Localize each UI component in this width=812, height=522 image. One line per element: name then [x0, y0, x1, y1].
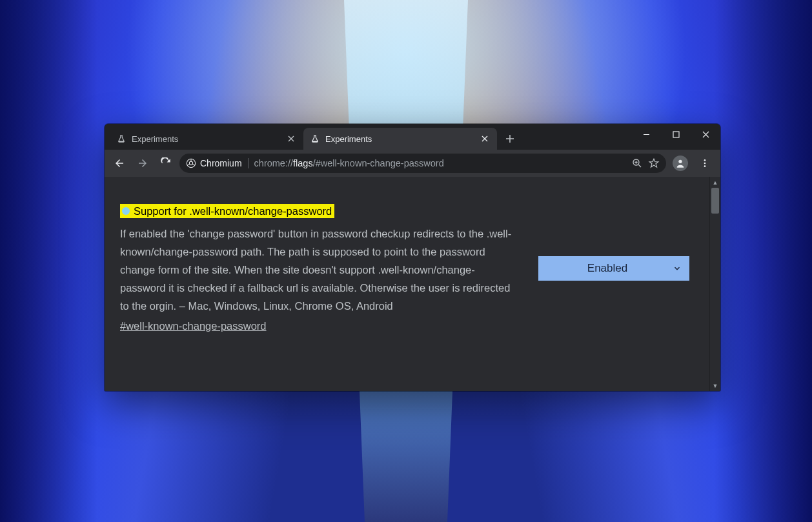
svg-point-7 [704, 165, 706, 167]
desktop-wallpaper: Experiments Experiments [0, 0, 812, 522]
flask-icon [310, 134, 320, 144]
svg-point-5 [704, 159, 706, 161]
flag-anchor-link[interactable]: #well-known-change-password [120, 320, 267, 332]
flag-entry: Support for .well-known/change-password … [120, 204, 700, 332]
menu-button[interactable] [695, 153, 715, 174]
tab-title: Experiments [132, 134, 280, 144]
profile-button[interactable] [670, 153, 691, 174]
zoom-icon[interactable] [631, 157, 643, 169]
flag-description: If enabled the 'change password' button … [120, 225, 520, 315]
back-button[interactable] [110, 154, 129, 173]
tab-experiments-1[interactable]: Experiments [110, 128, 303, 150]
address-bar[interactable]: Chromium chrome://flags/#well-known-chan… [179, 154, 666, 173]
toolbar: Chromium chrome://flags/#well-known-chan… [105, 150, 720, 177]
svg-point-2 [189, 161, 192, 165]
scroll-up-arrow[interactable]: ▲ [710, 177, 720, 188]
tab-strip: Experiments Experiments [105, 124, 720, 150]
avatar-icon [673, 156, 688, 171]
tab-close-button[interactable] [479, 133, 491, 145]
minimize-button[interactable] [631, 124, 661, 145]
tab-title: Experiments [325, 134, 474, 144]
svg-rect-0 [673, 132, 679, 137]
scroll-down-arrow[interactable]: ▼ [710, 380, 720, 391]
flask-icon [116, 134, 127, 144]
bookmark-star-icon[interactable] [648, 157, 660, 169]
status-dot-icon [122, 207, 130, 215]
scroll-thumb[interactable] [711, 188, 719, 214]
window-close-button[interactable] [691, 124, 720, 145]
forward-button[interactable] [133, 154, 152, 173]
tab-close-button[interactable] [285, 133, 297, 145]
site-chip: Chromium [186, 158, 249, 168]
new-tab-button[interactable] [501, 130, 519, 148]
url-text: chrome://flags/#well-known-change-passwo… [254, 158, 444, 168]
window-controls [631, 124, 720, 147]
chevron-down-icon [673, 264, 682, 273]
maximize-button[interactable] [661, 124, 691, 145]
reload-button[interactable] [156, 154, 176, 173]
scroll-track[interactable] [710, 188, 720, 380]
flag-title: Support for .well-known/change-password [134, 204, 332, 218]
browser-window: Experiments Experiments [105, 124, 720, 391]
chromium-icon [186, 158, 196, 168]
flag-state-dropdown[interactable]: Enabled [538, 256, 689, 281]
page-content-area: Support for .well-known/change-password … [105, 177, 720, 391]
site-chip-label: Chromium [200, 158, 242, 168]
flag-title-highlight: Support for .well-known/change-password [120, 204, 334, 218]
vertical-scrollbar[interactable]: ▲ ▼ [709, 177, 720, 391]
svg-point-6 [704, 163, 706, 165]
svg-point-4 [678, 160, 682, 163]
flag-state-value: Enabled [587, 262, 627, 275]
tab-experiments-2-active[interactable]: Experiments [303, 128, 497, 150]
